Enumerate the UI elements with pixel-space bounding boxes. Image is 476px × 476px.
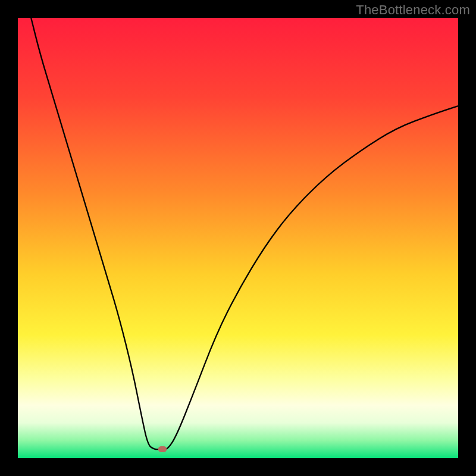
watermark-text: TheBottleneck.com bbox=[356, 2, 470, 18]
minimum-marker bbox=[158, 446, 167, 452]
curve-svg bbox=[18, 18, 458, 458]
bottleneck-curve bbox=[31, 18, 458, 449]
chart-frame: TheBottleneck.com bbox=[0, 0, 476, 476]
plot-area bbox=[18, 18, 458, 458]
